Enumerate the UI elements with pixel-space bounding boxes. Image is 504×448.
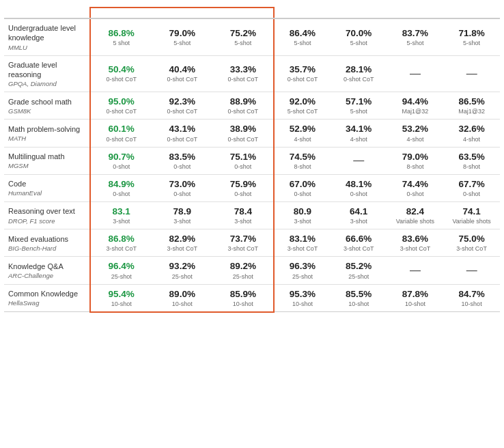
score-cell: 79.0%8-shot [387, 147, 444, 174]
score-cell: 94.4%Maj1@32 [387, 92, 444, 120]
score-value: 85.2% [333, 261, 384, 272]
score-detail: 5-shot CoT [277, 108, 328, 115]
metric-sub: GSM8K [8, 107, 87, 115]
score-detail: 3-shot [333, 218, 384, 225]
score-detail: 5-shot [216, 40, 271, 46]
score-detail: 4-shot [277, 136, 328, 143]
table-row: Common KnowledgeHellaSwag95.4%10-shot89.… [4, 284, 500, 312]
metric-sub: BIG-Bench-Hard [8, 244, 87, 252]
metric-name: Math problem-solving [8, 124, 87, 134]
score-cell: 35.7%0-shot CoT [274, 55, 331, 92]
score-cell: 71.8%5-shot [443, 18, 500, 55]
score-cell: 86.5%Maj1@32 [443, 92, 500, 120]
score-detail: 25-shot [333, 273, 384, 280]
table-row: Mixed evaluationsBIG-Bench-Hard86.8%3-sh… [4, 229, 500, 257]
score-value: 63.5% [446, 152, 497, 163]
score-cell: 92.0%5-shot CoT [274, 92, 331, 120]
row-label: Multilingual mathMGSM [4, 147, 90, 174]
score-cell: 93.2%25-shot [152, 257, 213, 284]
score-cell: 75.0%3-shot CoT [443, 229, 500, 257]
score-value: 64.1 [333, 206, 384, 217]
score-cell: 82.9%3-shot CoT [152, 229, 213, 257]
metric-name: Undergraduate level knowledge [8, 23, 87, 43]
score-cell: 90.7%0-shot [90, 147, 152, 174]
score-detail: 5-shot [333, 40, 384, 46]
score-detail: 0-shot CoT [216, 108, 271, 115]
score-cell: 73.0%0-shot [152, 174, 213, 201]
score-detail: 3-shot [94, 218, 149, 225]
score-cell: 78.93-shot [152, 201, 213, 229]
score-cell: 75.9%0-shot [213, 174, 275, 201]
score-cell: 74.5%8-shot [274, 147, 331, 174]
score-detail: 25-shot [154, 273, 210, 280]
metric-sub: MATH [8, 135, 87, 142]
score-value: 83.7% [390, 28, 441, 39]
score-detail: 25-shot [216, 273, 271, 280]
score-value: 79.0% [154, 28, 210, 39]
score-value: 95.4% [94, 289, 149, 300]
dash-indicator: — [466, 264, 477, 276]
table-row: Grade school mathGSM8K95.0%0-shot CoT92.… [4, 92, 500, 120]
score-cell: 75.2%5-shot [213, 18, 275, 55]
row-label: Common KnowledgeHellaSwag [4, 284, 90, 312]
score-cell: 66.6%3-shot CoT [331, 229, 387, 257]
score-cell: 74.4%0-shot [387, 174, 444, 201]
score-cell: 57.1%5-shot [331, 92, 387, 120]
score-cell: 88.9%0-shot CoT [213, 92, 275, 120]
header-gpt35 [331, 8, 387, 18]
row-label: Math problem-solvingMATH [4, 120, 90, 147]
score-detail: Maj1@32 [390, 108, 441, 115]
score-cell: 67.0%0-shot [274, 174, 331, 201]
score-cell: 85.5%10-shot [331, 284, 387, 312]
score-detail: Variable shots [390, 218, 441, 225]
score-detail: 0-shot CoT [216, 76, 271, 83]
score-value: 74.4% [390, 179, 441, 190]
dash-indicator: — [353, 154, 364, 166]
metric-sub: HellaSwag [8, 299, 87, 307]
score-value: 80.9 [277, 206, 328, 217]
score-cell: 67.7%0-shot [443, 174, 500, 201]
score-value: 79.0% [390, 152, 441, 163]
score-value: 74.5% [277, 152, 328, 163]
score-value: 95.0% [94, 96, 149, 107]
score-value: 84.7% [446, 289, 497, 300]
score-cell: 79.0%5-shot [152, 18, 213, 55]
score-detail: 10-shot [333, 300, 384, 307]
score-value: 73.7% [216, 234, 271, 244]
score-value: 75.2% [216, 28, 271, 39]
score-value: 78.9 [154, 206, 210, 217]
score-value: 75.9% [216, 179, 271, 190]
score-detail: 3-shot CoT [446, 245, 497, 252]
score-value: 90.7% [94, 152, 149, 163]
table-row: CodeHumanEval84.9%0-shot73.0%0-shot75.9%… [4, 174, 500, 201]
comparison-table: Undergraduate level knowledgeMMLU86.8%5 … [0, 0, 504, 320]
score-value: 73.0% [154, 179, 210, 190]
score-cell: 70.0%5-shot [331, 18, 387, 55]
score-value: 33.3% [216, 64, 271, 75]
dash-indicator: — [410, 264, 421, 276]
dash-indicator: — [466, 68, 477, 79]
score-cell: 85.9%10-shot [213, 284, 275, 312]
score-cell: — [387, 55, 444, 92]
score-detail: 0-shot [390, 191, 441, 197]
score-cell: 95.3%10-shot [274, 284, 331, 312]
metric-name: Code [8, 179, 87, 188]
score-cell: 95.4%10-shot [90, 284, 152, 312]
score-value: 78.4 [216, 206, 271, 217]
table-row: Undergraduate level knowledgeMMLU86.8%5 … [4, 18, 500, 55]
score-detail: 0-shot CoT [94, 136, 149, 143]
score-value: 86.5% [446, 96, 497, 107]
score-detail: 25-shot [94, 273, 149, 280]
score-cell: 74.1Variable shots [443, 201, 500, 229]
header-gpt4 [274, 8, 331, 18]
score-cell: 33.3%0-shot CoT [213, 55, 275, 92]
score-detail: 3-shot CoT [333, 245, 384, 252]
score-value: 66.6% [333, 234, 384, 244]
score-detail: 0-shot [216, 163, 271, 170]
table-row: Knowledge Q&AARC-Challenge96.4%25-shot93… [4, 257, 500, 284]
score-cell: — [387, 257, 444, 284]
score-value: 67.0% [277, 179, 328, 190]
score-detail: 5-shot [333, 108, 384, 115]
score-value: 83.6% [390, 234, 441, 244]
table-row: Multilingual mathMGSM90.7%0-shot83.5%0-s… [4, 147, 500, 174]
